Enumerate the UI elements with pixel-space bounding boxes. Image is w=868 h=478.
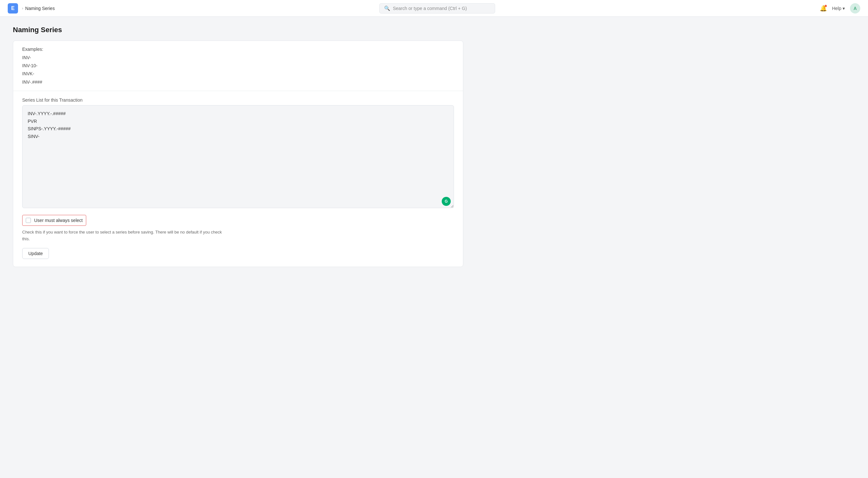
example-item: INV- <box>22 54 454 62</box>
grammarly-icon: G <box>445 199 447 203</box>
user-must-always-select-row[interactable]: User must always select <box>22 215 86 226</box>
update-button[interactable]: Update <box>22 248 49 259</box>
user-must-always-select-checkbox[interactable] <box>26 218 31 223</box>
series-section: Series List for this Transaction INV-.YY… <box>13 91 463 267</box>
update-button-label: Update <box>28 251 43 256</box>
user-must-always-select-label: User must always select <box>34 218 83 223</box>
page-title: Naming Series <box>13 26 463 34</box>
notification-button[interactable]: 🔔 <box>820 5 827 12</box>
examples-list: INV- INV-10- INVK- INV-.#### <box>22 54 454 86</box>
search-icon: 🔍 <box>384 5 390 11</box>
checkbox-section: User must always select Check this if yo… <box>22 215 454 259</box>
series-textarea[interactable]: INV-.YYYY.-.##### PVR SINPS-.YYYY.-#####… <box>22 105 454 208</box>
search-bar[interactable]: 🔍 Search or type a command (Ctrl + G) <box>379 3 495 13</box>
series-list-label: Series List for this Transaction <box>22 97 454 103</box>
notification-dot <box>825 5 827 7</box>
topbar: E › Naming Series 🔍 Search or type a com… <box>0 0 868 17</box>
chevron-down-icon: ▾ <box>843 6 845 11</box>
help-button[interactable]: Help ▾ <box>832 6 845 11</box>
topbar-right: 🔔 Help ▾ A <box>820 3 860 13</box>
search-placeholder: Search or type a command (Ctrl + G) <box>393 6 467 11</box>
example-item: INV-.#### <box>22 78 454 86</box>
example-item: INVK- <box>22 70 454 78</box>
examples-label: Examples: <box>22 46 454 52</box>
logo[interactable]: E <box>8 3 18 13</box>
avatar[interactable]: A <box>850 3 860 13</box>
example-item: INV-10- <box>22 62 454 70</box>
breadcrumb-chevron: › <box>22 6 23 11</box>
checkbox-hint: Check this if you want to force the user… <box>22 229 228 243</box>
topbar-center: 🔍 Search or type a command (Ctrl + G) <box>55 3 820 13</box>
grammarly-badge: G <box>442 197 451 206</box>
series-textarea-wrapper: INV-.YYYY.-.##### PVR SINPS-.YYYY.-#####… <box>22 105 454 209</box>
page-wrapper: Naming Series Examples: INV- INV-10- INV… <box>0 17 476 276</box>
avatar-letter: A <box>854 6 857 11</box>
help-label: Help <box>832 6 841 11</box>
breadcrumb: › Naming Series <box>22 6 55 11</box>
breadcrumb-page-name: Naming Series <box>25 6 55 11</box>
main-card: Examples: INV- INV-10- INVK- INV-.#### S… <box>13 40 463 267</box>
examples-section: Examples: INV- INV-10- INVK- INV-.#### <box>13 41 463 91</box>
